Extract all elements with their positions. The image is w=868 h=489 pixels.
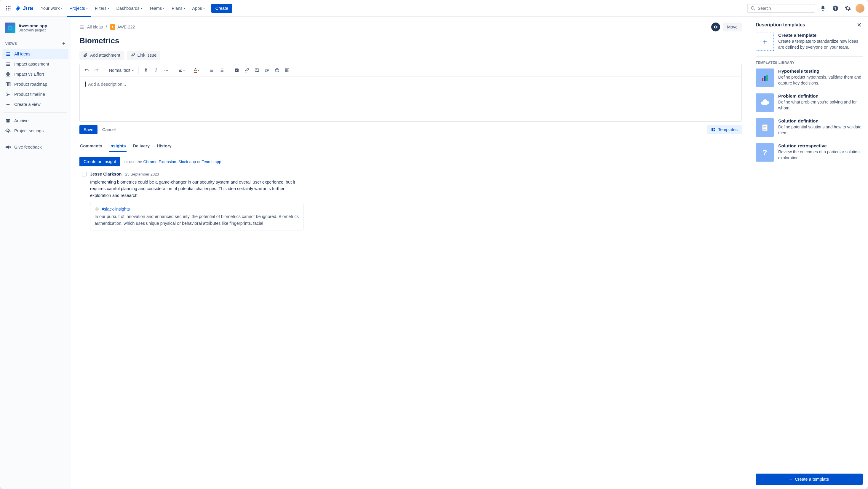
- add-view-icon[interactable]: +: [62, 40, 65, 47]
- template-solution-retrospective[interactable]: ?Solution retrospectiveReview the outcom…: [756, 143, 863, 162]
- sidebar-item-impact-vs-effort[interactable]: Impact vs Effort: [2, 69, 68, 79]
- move-button[interactable]: Move: [723, 23, 742, 31]
- insight-body: Implementing biometrics could be a game-…: [90, 179, 304, 199]
- breadcrumb-root[interactable]: All ideas: [87, 25, 103, 29]
- slack-preview[interactable]: #slack-insights In our pursuit of innova…: [90, 203, 304, 230]
- svg-rect-75: [712, 128, 713, 132]
- sidebar-give-feedback[interactable]: Give feedback: [2, 142, 68, 152]
- save-button[interactable]: Save: [80, 125, 97, 134]
- cancel-button[interactable]: Cancel: [101, 125, 117, 134]
- svg-rect-41: [80, 26, 81, 26]
- sidebar-item-all-ideas[interactable]: All ideas: [2, 49, 68, 59]
- create-template-button[interactable]: + Create a template: [756, 473, 863, 485]
- breadcrumb-issue[interactable]: AWE-222: [110, 24, 135, 30]
- create-insight-button[interactable]: Create an insight: [80, 157, 120, 166]
- description-editor: Normal text▾ B I ⋯ ▾ A▾ 123: [80, 64, 742, 122]
- cloud-icon: [756, 93, 774, 112]
- insert-link-icon[interactable]: [242, 66, 251, 75]
- sidebar-item-create-a-view[interactable]: Create a view: [2, 99, 68, 109]
- watch-icon[interactable]: [711, 23, 720, 31]
- create-template-card[interactable]: + Create a template Create a template to…: [756, 33, 863, 51]
- nav-item-projects[interactable]: Projects▾: [67, 4, 91, 12]
- mention-icon[interactable]: @: [262, 66, 272, 75]
- sidebar-project-settings[interactable]: Project settings: [2, 126, 68, 136]
- svg-point-2: [9, 6, 10, 7]
- jira-logo[interactable]: Jira: [14, 5, 33, 12]
- numbered-list-icon[interactable]: 123: [217, 66, 226, 75]
- tab-insights[interactable]: Insights: [109, 141, 127, 152]
- svg-rect-46: [81, 28, 84, 28]
- svg-point-52: [210, 69, 211, 70]
- svg-rect-23: [6, 63, 6, 63]
- chrome-extension-link[interactable]: Chrome Extension: [143, 160, 176, 164]
- project-header[interactable]: Awesome app Discovery project: [2, 21, 68, 38]
- template-problem-definition[interactable]: Problem definitionDefine what problem yo…: [756, 93, 863, 112]
- slack-channel: #slack-insights: [102, 207, 130, 211]
- nav-item-your-work[interactable]: Your work▾: [38, 4, 65, 12]
- tab-history[interactable]: History: [156, 141, 172, 152]
- svg-point-6: [6, 9, 7, 10]
- svg-rect-49: [179, 69, 182, 69]
- svg-rect-42: [81, 26, 84, 26]
- svg-point-8: [9, 9, 10, 10]
- template-hypothesis-testing[interactable]: Hypothesis testingDefine product hypothe…: [756, 68, 863, 87]
- nav-item-teams[interactable]: Teams▾: [146, 4, 168, 12]
- svg-rect-36: [6, 93, 8, 93]
- svg-point-5: [9, 8, 10, 9]
- app-switcher-icon[interactable]: [4, 4, 13, 13]
- bold-icon[interactable]: B: [142, 66, 151, 75]
- plus-icon: +: [756, 33, 774, 51]
- bullet-list-icon[interactable]: [207, 66, 216, 75]
- undo-icon[interactable]: [82, 66, 91, 75]
- templates-button[interactable]: Templates: [707, 125, 742, 134]
- table-icon[interactable]: [283, 66, 291, 75]
- nav-item-apps[interactable]: Apps▾: [189, 4, 208, 12]
- tab-delivery[interactable]: Delivery: [132, 141, 150, 152]
- italic-icon[interactable]: I: [152, 66, 161, 75]
- settings-icon[interactable]: [843, 4, 852, 13]
- nav-item-filters[interactable]: Filters▾: [92, 4, 112, 12]
- svg-rect-19: [6, 54, 6, 54]
- sidebar-item-impact-assesment[interactable]: Impact assesment: [2, 59, 68, 69]
- align-icon[interactable]: ▾: [177, 66, 186, 75]
- link-issue-button[interactable]: Link issue: [127, 51, 160, 60]
- notifications-icon[interactable]: [818, 4, 828, 13]
- action-item-icon[interactable]: [232, 66, 241, 75]
- description-textarea[interactable]: Add a description...: [80, 77, 741, 121]
- sidebar-archive[interactable]: Archive: [2, 116, 68, 126]
- question-icon: ?: [756, 143, 774, 162]
- nav-item-plans[interactable]: Plans▾: [168, 4, 188, 12]
- slack-app-link[interactable]: Slack app: [178, 160, 196, 164]
- svg-point-54: [210, 70, 211, 71]
- redo-icon[interactable]: [92, 66, 101, 75]
- issue-title[interactable]: Biometrics: [80, 36, 742, 46]
- sidebar-item-product-timeline[interactable]: Product timeline: [2, 89, 68, 99]
- create-button[interactable]: Create: [211, 4, 232, 13]
- insight-author: Jesse Clarkson: [90, 172, 122, 176]
- more-formatting-icon[interactable]: ⋯: [162, 66, 171, 75]
- project-type: Discovery project: [19, 28, 47, 32]
- search-box[interactable]: [747, 4, 815, 13]
- svg-rect-76: [714, 128, 715, 129]
- list-icon: [80, 25, 84, 29]
- svg-point-0: [6, 6, 7, 7]
- close-icon[interactable]: ✕: [856, 21, 863, 28]
- teams-app-link[interactable]: Teams app: [202, 160, 221, 164]
- search-input[interactable]: [758, 6, 812, 11]
- tab-comments[interactable]: Comments: [80, 141, 103, 152]
- templates-panel: Description templates ✕ + Create a templ…: [750, 17, 868, 489]
- help-icon[interactable]: ?: [831, 4, 840, 13]
- emoji-icon[interactable]: [273, 66, 282, 75]
- insight-checkbox[interactable]: [82, 172, 87, 176]
- template-solution-definition[interactable]: Solution definitionDefine potential solu…: [756, 118, 863, 137]
- image-icon[interactable]: [252, 66, 261, 75]
- svg-point-1: [8, 6, 9, 7]
- text-style-dropdown[interactable]: Normal text▾: [107, 67, 135, 74]
- user-avatar[interactable]: [856, 4, 864, 13]
- search-icon: [751, 6, 755, 11]
- add-attachment-button[interactable]: Add attachment: [80, 51, 124, 60]
- nav-item-dashboards[interactable]: Dashboards▾: [113, 4, 145, 12]
- sidebar-item-product-roadmap[interactable]: Product roadmap: [2, 79, 68, 89]
- text-color-icon[interactable]: A▾: [192, 66, 201, 75]
- svg-rect-63: [221, 71, 223, 72]
